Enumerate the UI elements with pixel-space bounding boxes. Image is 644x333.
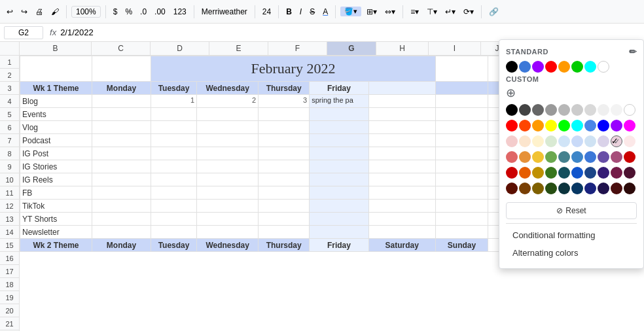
cell-i1[interactable]: [436, 56, 488, 82]
swatch-r2-1[interactable]: [506, 120, 518, 131]
row-num-18[interactable]: 18: [0, 278, 19, 291]
swatch-cyan[interactable]: [584, 61, 596, 73]
cell-f14-thu[interactable]: Thursday: [259, 239, 310, 252]
cell-b12-ytshorts[interactable]: YT Shorts: [20, 213, 92, 226]
cell-h5[interactable]: [368, 121, 435, 134]
row-num-4[interactable]: 4: [0, 95, 19, 108]
cell-i11[interactable]: [436, 200, 488, 213]
row-num-16[interactable]: 16: [0, 252, 19, 265]
cell-c9[interactable]: [92, 173, 151, 186]
cell-e9[interactable]: [197, 173, 259, 186]
cell-f8[interactable]: [259, 160, 310, 173]
cell-h9[interactable]: [368, 173, 435, 186]
cell-g3-content[interactable]: spring the pa: [310, 95, 368, 108]
cell-i12[interactable]: [436, 213, 488, 226]
cell-i8[interactable]: [436, 160, 488, 173]
cell-reference-input[interactable]: G2: [4, 26, 43, 39]
strikethrough-button[interactable]: S: [307, 6, 317, 18]
cell-e4[interactable]: [197, 108, 259, 121]
swatch-r2-3[interactable]: [532, 120, 544, 131]
cell-g14-fri[interactable]: Friday: [310, 239, 368, 252]
swatch-r5-9[interactable]: [611, 167, 622, 179]
swatch-r6-2[interactable]: [519, 183, 531, 194]
redo-button[interactable]: ↪: [18, 6, 30, 18]
cell-b7-igpost[interactable]: IG Post: [20, 147, 92, 160]
cell-b4-events[interactable]: Events: [20, 108, 92, 121]
cell-g8[interactable]: [310, 160, 368, 173]
bold-button[interactable]: B: [283, 6, 295, 18]
swatch-r5-7[interactable]: [584, 167, 596, 179]
text-rotate-button[interactable]: ⟳▾: [461, 6, 476, 18]
cell-c6[interactable]: [92, 134, 151, 147]
row-num-1[interactable]: 1: [0, 56, 19, 69]
link-button[interactable]: 🔗: [486, 6, 501, 18]
cell-f12[interactable]: [259, 213, 310, 226]
reset-button[interactable]: ⊘ Reset: [506, 202, 637, 219]
print-button[interactable]: 🖨: [33, 6, 46, 18]
row-num-14[interactable]: 14: [0, 226, 19, 239]
swatch-r3-9[interactable]: ✓: [611, 135, 622, 147]
swatch-r2-7[interactable]: [584, 120, 596, 131]
decimal-more-button[interactable]: .00: [152, 6, 168, 18]
swatch-orange[interactable]: [558, 61, 570, 73]
cell-h12[interactable]: [368, 213, 435, 226]
cell-h7[interactable]: [368, 147, 435, 160]
cell-e6[interactable]: [197, 134, 259, 147]
swatch-red[interactable]: [545, 61, 557, 73]
row-num-10[interactable]: 10: [0, 173, 19, 186]
cell-c13[interactable]: [92, 226, 151, 239]
cell-b2-wk1[interactable]: Wk 1 Theme: [20, 82, 92, 95]
swatch-r1-2[interactable]: [519, 104, 531, 116]
row-num-8[interactable]: 8: [0, 147, 19, 160]
cell-f10[interactable]: [259, 186, 310, 200]
row-num-2[interactable]: 2: [0, 69, 19, 82]
cell-c11[interactable]: [92, 200, 151, 213]
formula-input[interactable]: 2/1/2022: [60, 27, 640, 37]
cell-d7[interactable]: [151, 147, 197, 160]
cell-f9[interactable]: [259, 173, 310, 186]
swatch-black[interactable]: [506, 61, 518, 73]
cell-g2-fri[interactable]: Friday: [310, 82, 368, 95]
swatch-r2-5[interactable]: [558, 120, 570, 131]
font-family-selector[interactable]: Merriweather: [199, 6, 250, 18]
cell-g11[interactable]: [310, 200, 368, 213]
col-header-h[interactable]: H: [376, 42, 429, 55]
cell-f7[interactable]: [259, 147, 310, 160]
cell-d9[interactable]: [151, 173, 197, 186]
cell-d12[interactable]: [151, 213, 197, 226]
cell-h14-sat[interactable]: Saturday: [368, 239, 435, 252]
cell-d5[interactable]: [151, 121, 197, 134]
swatch-r6-3[interactable]: [532, 183, 544, 194]
swatch-r5-10[interactable]: [624, 167, 635, 179]
row-num-21[interactable]: 21: [0, 317, 19, 330]
cell-c7[interactable]: [92, 147, 151, 160]
add-custom-button[interactable]: ⊕: [506, 87, 637, 99]
cell-g4[interactable]: [310, 108, 368, 121]
cell-g12[interactable]: [310, 213, 368, 226]
cell-b10-fb[interactable]: FB: [20, 186, 92, 200]
swatch-r3-4[interactable]: [545, 135, 557, 147]
swatch-r5-1[interactable]: [506, 167, 518, 179]
swatch-r5-3[interactable]: [532, 167, 544, 179]
swatch-r3-5[interactable]: [558, 135, 570, 147]
format-button[interactable]: 123: [171, 6, 189, 18]
swatch-r6-5[interactable]: [558, 183, 570, 194]
swatch-r2-2[interactable]: [519, 120, 531, 131]
swatch-purple[interactable]: [532, 61, 544, 73]
swatch-r3-7[interactable]: [584, 135, 596, 147]
cell-d8[interactable]: [151, 160, 197, 173]
cell-c10[interactable]: [92, 186, 151, 200]
text-wrap-button[interactable]: ↵▾: [442, 6, 458, 18]
swatch-r4-2[interactable]: [519, 151, 531, 163]
swatch-r4-5[interactable]: [558, 151, 570, 163]
cell-i5[interactable]: [436, 121, 488, 134]
cell-f5[interactable]: [259, 121, 310, 134]
cell-e10[interactable]: [197, 186, 259, 200]
col-header-b[interactable]: B: [20, 42, 92, 55]
cell-c8[interactable]: [92, 160, 151, 173]
cell-c5[interactable]: [92, 121, 151, 134]
swatch-r4-6[interactable]: [571, 151, 583, 163]
swatch-r5-5[interactable]: [558, 167, 570, 179]
swatch-r6-1[interactable]: [506, 183, 518, 194]
swatch-r6-7[interactable]: [584, 183, 596, 194]
